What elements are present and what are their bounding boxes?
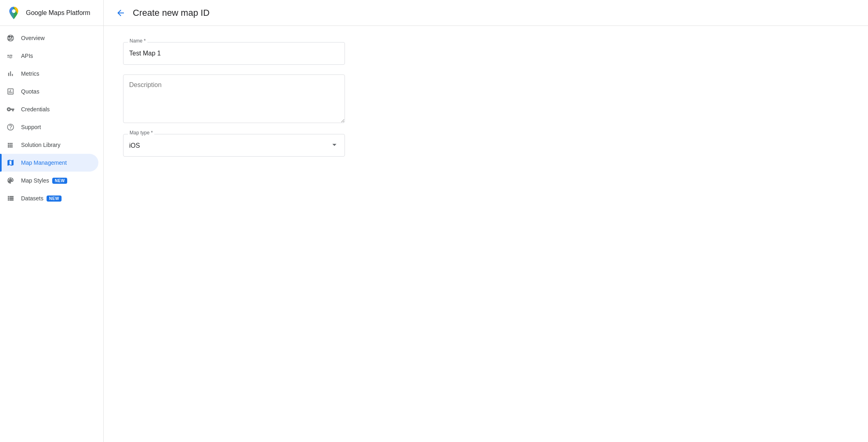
sidebar-item-map-management-label: Map Management — [21, 159, 67, 166]
quotas-icon — [6, 87, 15, 96]
sidebar-item-metrics[interactable]: Metrics — [0, 65, 98, 83]
sidebar-item-credentials[interactable]: Credentials — [0, 100, 98, 118]
map-type-label: Map type * — [128, 130, 154, 136]
main-header: Create new map ID — [104, 0, 868, 26]
sidebar-item-map-styles-label: Map Styles — [21, 177, 49, 184]
credentials-icon — [6, 105, 15, 113]
apis-icon — [6, 52, 15, 60]
sidebar-item-credentials-label: Credentials — [21, 106, 50, 113]
sidebar-item-support-label: Support — [21, 124, 41, 130]
main-content: Create new map ID Name * Map type * Java… — [104, 0, 868, 442]
svg-rect-1 — [8, 36, 10, 38]
map-type-select[interactable]: JavaScript Android iOS — [123, 134, 345, 157]
sidebar-item-datasets[interactable]: Datasets NEW — [0, 189, 98, 207]
sidebar-header: Google Maps Platform — [0, 0, 103, 26]
svg-point-0 — [12, 9, 16, 13]
map-type-field-wrapper: Map type * JavaScript Android iOS — [123, 134, 449, 157]
google-maps-logo — [6, 6, 21, 20]
sidebar-item-map-styles[interactable]: Map Styles NEW — [0, 172, 98, 189]
svg-rect-2 — [11, 36, 13, 38]
name-field-wrapper: Name * — [123, 42, 449, 65]
description-field-wrapper — [123, 74, 449, 124]
svg-rect-3 — [8, 38, 10, 40]
datasets-icon — [6, 194, 15, 202]
sidebar: Google Maps Platform Overview — [0, 0, 104, 442]
sidebar-item-metrics-label: Metrics — [21, 70, 39, 77]
solution-library-icon — [6, 141, 15, 149]
sidebar-nav: Overview APIs Metrics — [0, 26, 103, 442]
name-label: Name * — [128, 38, 147, 44]
map-styles-icon — [6, 176, 15, 185]
metrics-icon — [6, 70, 15, 78]
sidebar-item-apis-label: APIs — [21, 53, 33, 59]
sidebar-item-quotas[interactable]: Quotas — [0, 83, 98, 100]
description-input[interactable] — [123, 74, 345, 123]
name-input[interactable] — [123, 42, 345, 65]
sidebar-item-apis[interactable]: APIs — [0, 47, 98, 65]
page-title: Create new map ID — [133, 8, 210, 18]
map-type-select-wrapper: Map type * JavaScript Android iOS — [123, 134, 345, 157]
back-button[interactable] — [113, 6, 128, 20]
sidebar-item-solution-library[interactable]: Solution Library — [0, 136, 98, 154]
sidebar-title: Google Maps Platform — [26, 9, 90, 17]
sidebar-item-datasets-label: Datasets — [21, 195, 43, 202]
map-management-icon — [6, 159, 15, 167]
map-styles-badge: NEW — [52, 178, 67, 184]
overview-icon — [6, 34, 15, 42]
datasets-badge: NEW — [47, 196, 62, 202]
sidebar-item-solution-library-label: Solution Library — [21, 142, 60, 148]
sidebar-item-support[interactable]: Support — [0, 118, 98, 136]
sidebar-item-overview-label: Overview — [21, 35, 45, 41]
svg-rect-4 — [11, 38, 13, 40]
sidebar-item-map-management[interactable]: Map Management — [0, 154, 98, 172]
sidebar-item-overview[interactable]: Overview — [0, 29, 98, 47]
sidebar-item-quotas-label: Quotas — [21, 88, 39, 95]
support-icon — [6, 123, 15, 131]
form-area: Name * Map type * JavaScript Android iOS — [104, 26, 468, 183]
